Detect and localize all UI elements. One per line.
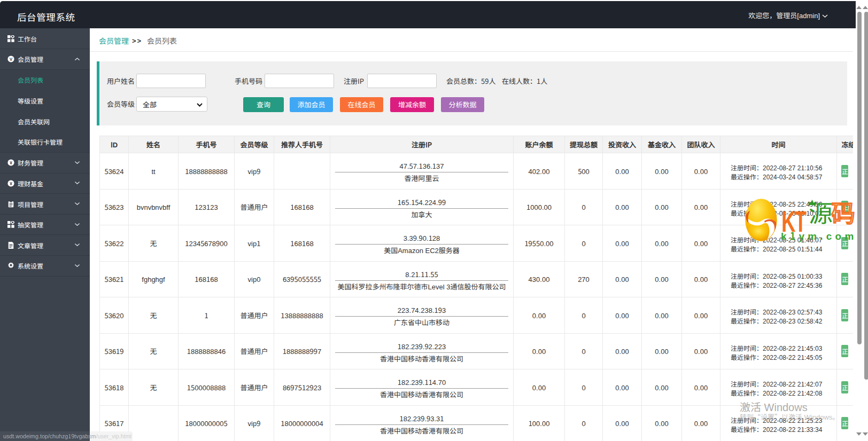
- svg-text:V: V: [10, 57, 13, 62]
- svg-text:¥: ¥: [10, 181, 12, 186]
- svg-text:¥: ¥: [10, 161, 12, 166]
